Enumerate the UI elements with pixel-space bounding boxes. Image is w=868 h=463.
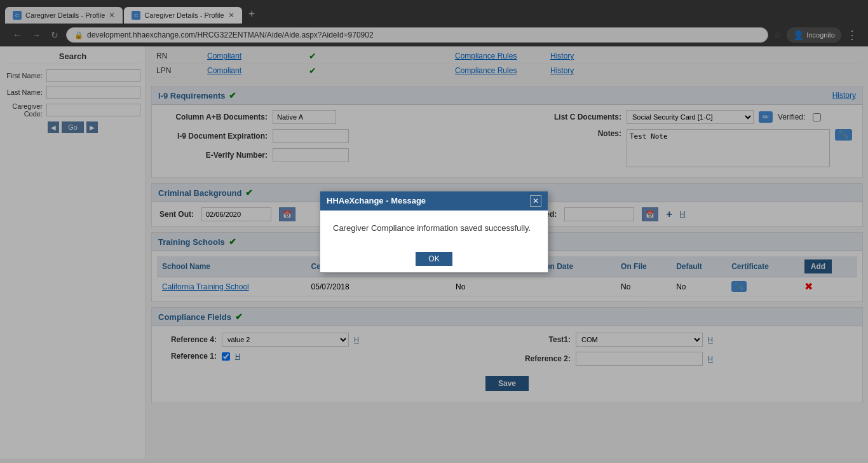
dialog-body: Caregiver Compliance information saved s… <box>320 211 548 245</box>
dialog-ok-button[interactable]: OK <box>416 252 452 266</box>
dialog-footer: OK <box>320 245 548 272</box>
dialog-message: Caregiver Compliance information saved s… <box>333 223 531 233</box>
dialog-title: HHAeXchange - Message <box>327 196 426 205</box>
dialog-box: HHAeXchange - Message ✕ Caregiver Compli… <box>320 191 548 273</box>
dialog-close-button[interactable]: ✕ <box>530 195 541 207</box>
dialog-title-bar: HHAeXchange - Message ✕ <box>320 191 548 211</box>
dialog-overlay: HHAeXchange - Message ✕ Caregiver Compli… <box>0 0 868 459</box>
